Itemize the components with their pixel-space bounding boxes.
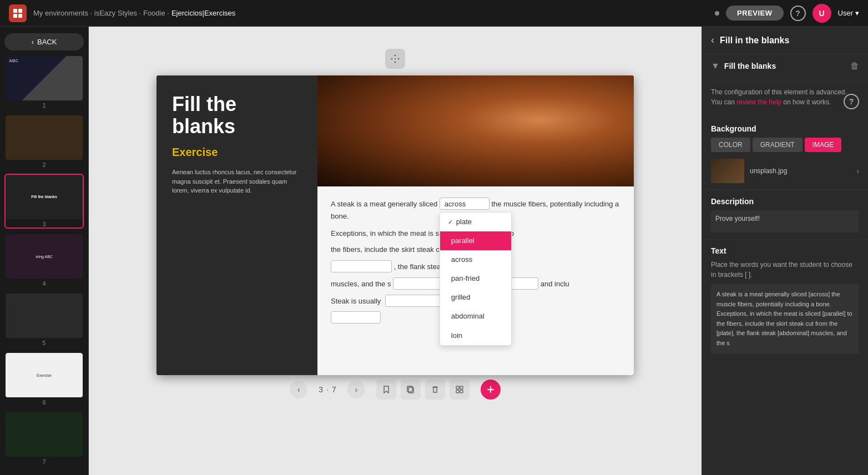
svg-rect-8 — [456, 390, 459, 393]
add-button[interactable] — [481, 380, 501, 400]
dropdown-item-loin[interactable]: loin — [440, 326, 511, 345]
section-delete-button[interactable]: 🗑 — [850, 61, 859, 71]
bookmark-button[interactable] — [376, 380, 396, 400]
slide-thumbnail-1[interactable]: ABC 1 — [4, 55, 84, 110]
right-panel-header: ‹ Fill in the blanks — [702, 27, 868, 54]
slide-thumbnail-2[interactable]: 2 — [4, 114, 84, 169]
topbar: My environments · isEazy Styles · Foodie… — [0, 0, 868, 27]
slide-image — [317, 75, 634, 186]
slide-right-panel: A steak is a meat generally sliced ✓ pla… — [317, 75, 634, 375]
svg-rect-0 — [13, 9, 17, 13]
slide-thumb-image-6: Exercise — [6, 353, 83, 397]
slide-thumb-image-3: Fill the blanks — [6, 175, 83, 219]
svg-rect-1 — [18, 9, 22, 13]
slide-thumb-image-2 — [6, 115, 83, 160]
copy-button[interactable] — [401, 380, 421, 400]
user-menu[interactable]: User ▾ — [838, 9, 859, 17]
dropdown-item-grilled[interactable]: grilled — [440, 288, 511, 307]
check-icon-plate: ✓ — [448, 217, 453, 228]
description-section: Description Prove yourself! — [702, 190, 868, 240]
layout-button[interactable] — [450, 380, 470, 400]
help-text: The configuration of this element is adv… — [711, 87, 859, 107]
text-section: Text Place the words you want the studen… — [702, 240, 868, 361]
slide-thumb-image-7 — [6, 412, 83, 457]
slide-subtitle: Exercise — [172, 146, 302, 159]
slide-left-panel: Fill the blanks Exercise Aenean luctus r… — [157, 75, 317, 375]
help-section: The configuration of this element is adv… — [702, 80, 868, 118]
image-chevron-icon: › — [856, 166, 859, 175]
slide-number-1: 1 — [6, 102, 83, 109]
slide-thumb-image-1: ABC — [6, 56, 83, 100]
description-value: Prove yourself! — [711, 210, 859, 233]
dropdown-item-parallel[interactable]: parallel — [440, 231, 511, 250]
slide-thumbnail-4[interactable]: ining ABC 4 — [4, 233, 84, 288]
slide-thumbnail-6[interactable]: Exercise 6 — [4, 352, 84, 407]
preview-button[interactable]: PREVIEW — [726, 6, 783, 21]
app-logo — [9, 4, 27, 22]
svg-rect-2 — [13, 14, 17, 18]
section-toggle-button[interactable]: ▼ — [711, 61, 720, 71]
exercise-line-1: A steak is a meat generally sliced ✓ pla… — [331, 198, 620, 223]
slide-thumbnail-7[interactable]: 7 — [4, 411, 84, 466]
slide-number-6: 6 — [6, 399, 83, 406]
dropdown-item-plate[interactable]: ✓ plate — [440, 213, 511, 231]
svg-rect-7 — [460, 386, 463, 389]
blank-input-8[interactable] — [331, 311, 381, 324]
image-thumbnail — [711, 159, 744, 183]
page-indicator: 3 · 7 — [319, 385, 336, 394]
svg-rect-3 — [18, 14, 22, 18]
toolbar-actions — [376, 380, 470, 400]
avatar: U — [813, 4, 831, 23]
dropdown-trigger-1[interactable] — [440, 198, 489, 210]
slide-body-text: Aenean luctus rhoncus lacus, nec consect… — [172, 168, 302, 195]
prev-slide-button[interactable]: ‹ — [290, 381, 307, 398]
section-label: Fill the blanks — [724, 62, 776, 70]
help-button[interactable]: ? — [790, 6, 806, 21]
slide-thumb-image-5 — [6, 294, 83, 338]
next-slide-button[interactable]: › — [347, 381, 365, 398]
bg-tab-gradient[interactable]: GRADIENT — [753, 138, 803, 152]
slide-number-2: 2 — [6, 161, 83, 168]
right-panel: ‹ Fill in the blanks ▼ Fill the blanks 🗑… — [702, 27, 868, 475]
slide-title: Fill the blanks — [172, 93, 302, 137]
blank-input-5[interactable] — [393, 277, 443, 290]
status-indicator — [715, 11, 719, 16]
move-handle[interactable] — [385, 49, 405, 69]
panel-title: Fill in the blanks — [720, 36, 789, 46]
image-row: unsplash.jpg › — [711, 159, 859, 183]
exercise-text-3: Exceptions, in which the meat is sliced — [331, 229, 454, 237]
text-hint: Place the words you want the student to … — [711, 260, 859, 280]
left-sidebar: ‹ BACK ABC 1 2 Fill the blanks 3 ining A… — [0, 27, 89, 475]
section-header: ▼ Fill the blanks 🗑 — [711, 61, 859, 71]
breadcrumb: My environments · isEazy Styles · Foodie… — [33, 9, 235, 17]
main-layout: ‹ BACK ABC 1 2 Fill the blanks 3 ining A… — [0, 27, 868, 475]
back-button[interactable]: ‹ BACK — [4, 33, 84, 50]
dropdown-item-abdominal[interactable]: abdominal — [440, 307, 511, 326]
exercise-text-1: A steak is a meat generally sliced — [331, 200, 437, 208]
bg-tab-color[interactable]: COLOR — [711, 138, 750, 152]
slide-number-5: 5 — [6, 340, 83, 346]
canvas-area: Fill the blanks Exercise Aenean luctus r… — [89, 27, 702, 475]
dropdown-item-across[interactable]: across — [440, 250, 511, 269]
blank-input-3[interactable] — [331, 260, 392, 272]
text-label: Text — [711, 246, 859, 255]
delete-button[interactable] — [425, 380, 445, 400]
slide-number-4: 4 — [6, 280, 83, 287]
panel-back-button[interactable]: ‹ — [711, 34, 714, 46]
svg-rect-6 — [456, 386, 459, 389]
dropdown-menu-1: ✓ plate parallel across — [440, 212, 512, 346]
help-link[interactable]: review the help — [736, 98, 781, 106]
fill-blanks-section: ▼ Fill the blanks 🗑 — [702, 54, 868, 80]
text-content-box[interactable]: A steak is a meat generally sliced [acro… — [711, 284, 859, 354]
exercise-content: A steak is a meat generally sliced ✓ pla… — [317, 186, 634, 375]
background-section: Background COLOR GRADIENT IMAGE unsplash… — [702, 118, 868, 190]
dropdown-item-pan-fried[interactable]: pan-fried — [440, 269, 511, 288]
slide-number-3: 3 — [6, 221, 83, 228]
bg-tab-image[interactable]: IMAGE — [805, 138, 842, 152]
steak-visual — [317, 75, 634, 186]
slide-thumbnail-5[interactable]: 5 — [4, 292, 84, 347]
slide-thumbnail-3[interactable]: Fill the blanks 3 — [4, 174, 84, 229]
background-label: Background — [711, 124, 859, 133]
slide-thumb-image-4: ining ABC — [6, 234, 83, 279]
text-content: A steak is a meat generally sliced [acro… — [716, 291, 852, 346]
